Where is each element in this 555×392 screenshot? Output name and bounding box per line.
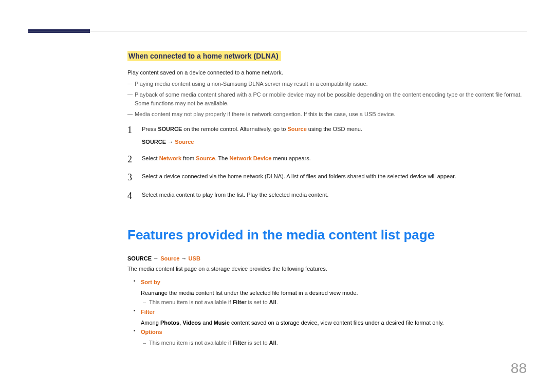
text: is set to [247, 299, 269, 305]
nav-path: SOURCE → Source [142, 138, 527, 147]
options-note: This menu item is not available if Filte… [127, 338, 527, 348]
source-menu: Source [288, 126, 307, 132]
page-number: 88 [511, 360, 527, 377]
text: from [181, 155, 196, 161]
photos-label: Photos [160, 320, 179, 326]
network-label: Network [159, 155, 181, 161]
sortby-title: Sort by [141, 279, 160, 285]
path-source-menu: Source [175, 139, 194, 145]
step-body: Select media content to play from the li… [142, 191, 527, 202]
text: and [201, 320, 213, 326]
step-body: Press SOURCE on the remote control. Alte… [142, 125, 527, 147]
feature-sortby: Sort by [127, 277, 527, 287]
options-title: Options [141, 329, 162, 335]
intro-text: Play content saved on a device connected… [127, 68, 527, 77]
text: . [276, 340, 278, 346]
text: menu appears. [271, 155, 310, 161]
feature-filter: Filter [127, 307, 527, 317]
text: . [276, 299, 278, 305]
note-line: Media content may not play properly if t… [127, 110, 527, 119]
source-label: SOURCE [158, 126, 182, 132]
videos-label: Videos [182, 320, 201, 326]
path-usb: USB [189, 255, 200, 262]
page-content: When connected to a home network (DLNA) … [127, 51, 527, 348]
text: This menu item is not available if [149, 340, 233, 346]
arrow-icon: → [166, 139, 175, 145]
filter-title: Filter [141, 309, 155, 315]
nav-path: SOURCE → Source → USB [127, 255, 527, 262]
text: . The [215, 155, 229, 161]
step-4: 4 Select media content to play from the … [127, 191, 527, 202]
filter-label: Filter [233, 340, 247, 346]
header-rule [28, 31, 527, 31]
features-list: Sort by Rearrange the media content list… [127, 277, 527, 348]
main-heading: Features provided in the media content l… [127, 227, 527, 243]
filter-label: Filter [233, 299, 247, 305]
step-body: Select Network from Source. The Network … [142, 154, 527, 165]
path-source: SOURCE [142, 139, 166, 145]
step-number: 4 [127, 191, 142, 202]
filter-desc: Among Photos, Videos and Music content s… [127, 318, 527, 328]
path-source-menu: Source [160, 255, 179, 262]
text: Select [142, 155, 159, 161]
source-label: Source [196, 155, 215, 161]
text: This menu item is not available if [149, 299, 233, 305]
feature-options: Options [127, 327, 527, 337]
text: Among [141, 320, 160, 326]
network-device-label: Network Device [229, 155, 271, 161]
text: using the OSD menu. [307, 126, 362, 132]
step-3: 3 Select a device connected via the home… [127, 172, 527, 183]
text: on the remote control. Alternatively, go… [182, 126, 287, 132]
steps-list: 1 Press SOURCE on the remote control. Al… [127, 125, 527, 202]
text: content saved on a storage device, view … [230, 320, 444, 326]
step-number: 3 [127, 172, 142, 183]
step-1: 1 Press SOURCE on the remote control. Al… [127, 125, 527, 147]
sortby-desc: Rearrange the media content list under t… [127, 288, 527, 298]
section-heading: When connected to a home network (DLNA) [127, 51, 281, 61]
step-number: 1 [127, 125, 142, 147]
note-line: Playing media content using a non-Samsun… [127, 80, 527, 88]
sortby-note: This menu item is not available if Filte… [127, 297, 527, 307]
text: Press [142, 126, 158, 132]
all-label: All [269, 340, 276, 346]
step-2: 2 Select Network from Source. The Networ… [127, 154, 527, 165]
music-label: Music [214, 320, 230, 326]
note-line: Playback of some media content shared wi… [127, 90, 527, 107]
all-label: All [269, 299, 276, 305]
step-body: Select a device connected via the home n… [142, 172, 527, 183]
step-number: 2 [127, 154, 142, 165]
arrow-icon: → [152, 255, 160, 262]
features-intro: The media content list page on a storage… [127, 265, 527, 273]
path-source: SOURCE [127, 255, 152, 262]
text: is set to [247, 340, 269, 346]
arrow-icon: → [179, 255, 188, 262]
